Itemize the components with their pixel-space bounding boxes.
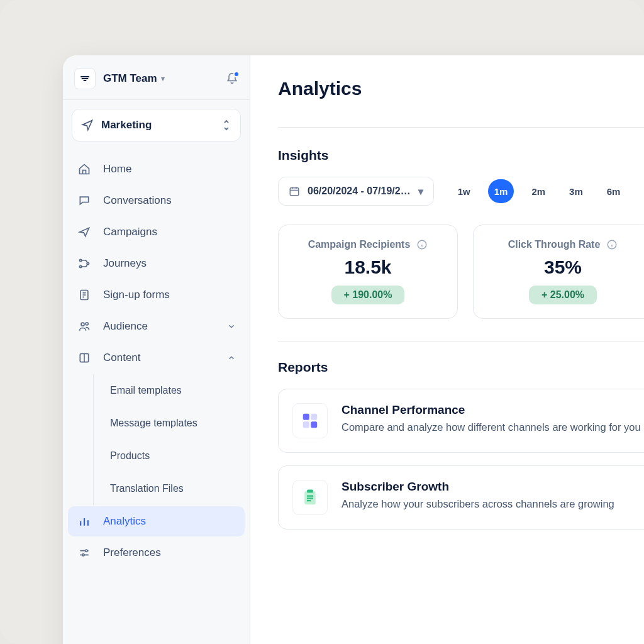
sidebar: GTM Team ▾ Marketing Home Co <box>63 55 250 644</box>
date-range-label: 06/20/2024 - 07/19/2… <box>308 186 411 197</box>
nav-label: Audience <box>103 320 148 333</box>
team-name[interactable]: GTM Team <box>103 72 157 85</box>
card-value: 18.5k <box>344 257 391 278</box>
divider <box>63 99 250 100</box>
svg-rect-13 <box>311 414 317 420</box>
nav-conversations[interactable]: Conversations <box>68 186 245 216</box>
svg-point-1 <box>80 265 82 267</box>
reports-list: Channel Performance Compare and analyze … <box>278 389 644 530</box>
calendar-icon <box>289 186 300 197</box>
nav-journeys[interactable]: Journeys <box>68 248 245 279</box>
sort-icon <box>221 119 231 131</box>
reports-heading: Reports <box>278 360 644 375</box>
nav: Home Conversations Campaigns Journeys Si… <box>63 148 250 568</box>
logo-icon <box>79 73 91 84</box>
report-channel-performance[interactable]: Channel Performance Compare and analyze … <box>278 389 644 453</box>
nodes-icon <box>77 257 92 270</box>
svg-rect-17 <box>307 490 313 493</box>
project-switcher[interactable]: Marketing <box>72 109 241 142</box>
main-content: Analytics Insights 06/20/2024 - 07/19/2…… <box>250 55 644 644</box>
chevron-up-icon <box>227 353 236 362</box>
svg-point-0 <box>80 259 82 261</box>
card-delta: + 25.00% <box>529 286 597 304</box>
nav-label: Journeys <box>103 257 147 270</box>
range-3m[interactable]: 3m <box>563 179 589 203</box>
svg-rect-14 <box>303 421 309 428</box>
svg-rect-12 <box>303 414 309 420</box>
insights-heading: Insights <box>278 148 644 163</box>
paper-plane-icon <box>77 226 92 238</box>
app-logo[interactable] <box>74 68 96 89</box>
chat-icon <box>77 194 92 207</box>
nav-campaigns[interactable]: Campaigns <box>68 217 245 247</box>
report-title: Channel Performance <box>341 403 641 417</box>
report-title: Subscriber Growth <box>341 480 614 494</box>
svg-rect-15 <box>311 421 317 428</box>
card-recipients[interactable]: Campaign Recipients 18.5k + 190.00% <box>278 225 458 319</box>
chevron-down-icon: ▾ <box>161 74 165 83</box>
notifications-bell[interactable] <box>226 72 238 85</box>
range-tabs: 1w 1m 2m 3m 6m 1y <box>452 179 644 203</box>
page-title: Analytics <box>278 78 644 99</box>
divider <box>278 341 644 342</box>
svg-point-5 <box>86 323 88 325</box>
card-value: 35% <box>544 257 582 278</box>
card-delta: + 190.00% <box>331 286 405 304</box>
clipboard-icon <box>292 480 328 515</box>
send-icon <box>81 119 94 131</box>
card-ctr[interactable]: Click Through Rate 35% + 25.00% <box>473 225 644 319</box>
grid-icon <box>292 403 328 438</box>
nav-label: Conversations <box>103 194 172 207</box>
nav-label: Analytics <box>103 515 146 528</box>
nav-analytics[interactable]: Analytics <box>68 506 245 536</box>
nav-label: Home <box>103 163 131 175</box>
nav-preferences[interactable]: Preferences <box>68 538 245 568</box>
report-desc: Analyze how your subscribers across chan… <box>341 496 614 512</box>
project-label: Marketing <box>101 119 152 131</box>
book-icon <box>77 352 92 364</box>
range-1w[interactable]: 1w <box>452 179 477 203</box>
divider <box>278 127 644 128</box>
content-subnav: Email templates Message templates Produc… <box>93 374 245 505</box>
nav-label: Content <box>103 352 141 364</box>
nav-audience[interactable]: Audience <box>68 311 245 341</box>
subnav-email-templates[interactable]: Email templates <box>96 374 245 407</box>
chevron-down-icon: ▾ <box>418 186 423 197</box>
info-icon[interactable] <box>606 239 618 250</box>
insight-cards: Campaign Recipients 18.5k + 190.00% Clic… <box>278 225 644 319</box>
users-icon <box>77 320 92 333</box>
range-1y[interactable]: 1y <box>638 179 644 203</box>
range-1m[interactable]: 1m <box>488 179 514 203</box>
notification-dot <box>233 71 240 77</box>
nav-content[interactable]: Content <box>68 343 245 373</box>
chevron-down-icon <box>227 322 236 331</box>
range-2m[interactable]: 2m <box>525 179 552 203</box>
svg-point-4 <box>81 323 84 326</box>
subnav-translation-files[interactable]: Translation Files <box>96 472 245 505</box>
range-6m[interactable]: 6m <box>601 179 627 203</box>
nav-home[interactable]: Home <box>68 154 245 184</box>
sliders-icon <box>77 547 92 559</box>
svg-rect-9 <box>290 188 299 196</box>
card-title: Click Through Rate <box>508 239 601 250</box>
svg-point-8 <box>82 554 84 556</box>
nav-label: Campaigns <box>103 226 157 238</box>
svg-point-2 <box>87 262 89 264</box>
insights-controls: 06/20/2024 - 07/19/2… ▾ 1w 1m 2m 3m 6m 1… <box>278 177 644 206</box>
date-range-picker[interactable]: 06/20/2024 - 07/19/2… ▾ <box>278 177 434 206</box>
info-icon[interactable] <box>416 239 428 250</box>
home-icon <box>77 163 92 175</box>
form-icon <box>77 289 92 301</box>
subnav-message-templates[interactable]: Message templates <box>96 407 245 440</box>
svg-point-7 <box>86 550 87 552</box>
nav-label: Sign-up forms <box>103 289 170 301</box>
nav-label: Preferences <box>103 547 161 559</box>
subnav-products[interactable]: Products <box>96 440 245 472</box>
report-desc: Compare and analyze how different channe… <box>341 419 641 435</box>
report-subscriber-growth[interactable]: Subscriber Growth Analyze how your subsc… <box>278 465 644 530</box>
bar-chart-icon <box>77 515 92 528</box>
card-title: Campaign Recipients <box>308 239 411 250</box>
nav-signup-forms[interactable]: Sign-up forms <box>68 280 245 310</box>
